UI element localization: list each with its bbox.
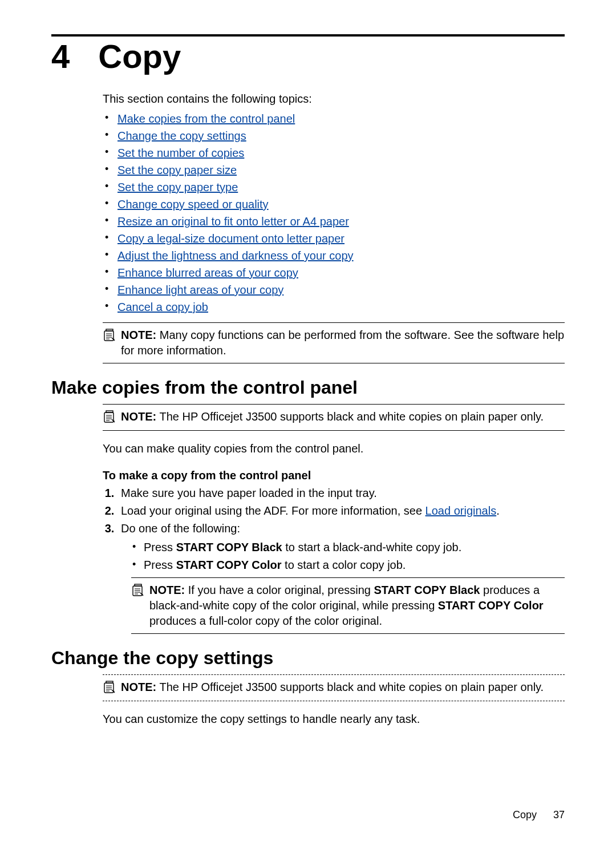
note-box-toc: NOTE: Many copy functions can be perform… — [103, 322, 565, 363]
note-box-s1: NOTE: The HP Officejet J3500 supports bl… — [103, 404, 565, 431]
section-heading-make-copies: Make copies from the control panel — [51, 377, 565, 398]
note-icon — [103, 410, 115, 426]
chapter-heading: 4 Copy — [51, 40, 565, 73]
note-label: NOTE: — [149, 584, 185, 596]
step-2: Load your original using the ADF. For mo… — [117, 503, 565, 519]
toc-link[interactable]: Copy a legal-size document onto letter p… — [117, 232, 345, 245]
toc-link[interactable]: Enhance blurred areas of your copy — [117, 266, 298, 279]
chapter-number: 4 — [51, 40, 70, 73]
note-label: NOTE: — [121, 410, 156, 423]
toc-link[interactable]: Adjust the lightness and darkness of you… — [117, 249, 354, 262]
note-icon — [103, 681, 115, 696]
toc-link[interactable]: Set the copy paper size — [117, 164, 237, 176]
section1-subhead: To make a copy from the control panel — [103, 469, 565, 482]
section-heading-change-settings: Change the copy settings — [51, 648, 565, 669]
footer-page-number: 37 — [553, 809, 565, 820]
toc-link[interactable]: Enhance light areas of your copy — [117, 284, 283, 296]
toc-link[interactable]: Change the copy settings — [117, 130, 246, 142]
toc-link[interactable]: Change copy speed or quality — [117, 198, 269, 211]
note-text: Many copy functions can be performed fro… — [121, 329, 564, 357]
toc-link[interactable]: Make copies from the control panel — [117, 112, 295, 125]
page-footer: Copy 37 — [513, 809, 565, 821]
note-label: NOTE: — [121, 681, 156, 693]
step-3: Do one of the following: Press START COP… — [117, 521, 565, 634]
load-originals-link[interactable]: Load originals — [425, 504, 497, 517]
steps-list: Make sure you have paper loaded in the i… — [103, 486, 565, 634]
step3-bullet-black: Press START COPY Black to start a black-… — [131, 540, 565, 555]
note-text: The HP Officejet J3500 supports black an… — [159, 410, 544, 423]
toc-list: Make copies from the control panel Chang… — [103, 111, 565, 314]
step3-sublist: Press START COPY Black to start a black-… — [131, 540, 565, 573]
top-rule — [51, 34, 565, 37]
note-icon — [103, 329, 115, 344]
note-label: NOTE: — [121, 329, 156, 341]
note-icon — [131, 584, 144, 600]
intro-text: This section contains the following topi… — [103, 92, 565, 106]
toc-link[interactable]: Set the copy paper type — [117, 181, 238, 193]
toc-link[interactable]: Set the number of copies — [117, 147, 244, 159]
toc-link[interactable]: Cancel a copy job — [117, 301, 208, 313]
section1-para: You can make quality copies from the con… — [103, 441, 565, 456]
step-1: Make sure you have paper loaded in the i… — [117, 486, 565, 501]
toc-link[interactable]: Resize an original to fit onto letter or… — [117, 215, 349, 228]
note-box-step3: NOTE: If you have a color original, pres… — [131, 577, 565, 634]
footer-section: Copy — [513, 809, 537, 820]
step3-bullet-color: Press START COPY Color to start a color … — [131, 557, 565, 573]
chapter-title: Copy — [98, 40, 181, 73]
note-text: The HP Officejet J3500 supports black an… — [159, 681, 544, 693]
note-box-s2: NOTE: The HP Officejet J3500 supports bl… — [103, 674, 565, 701]
section2-para: You can customize the copy settings to h… — [103, 711, 565, 727]
